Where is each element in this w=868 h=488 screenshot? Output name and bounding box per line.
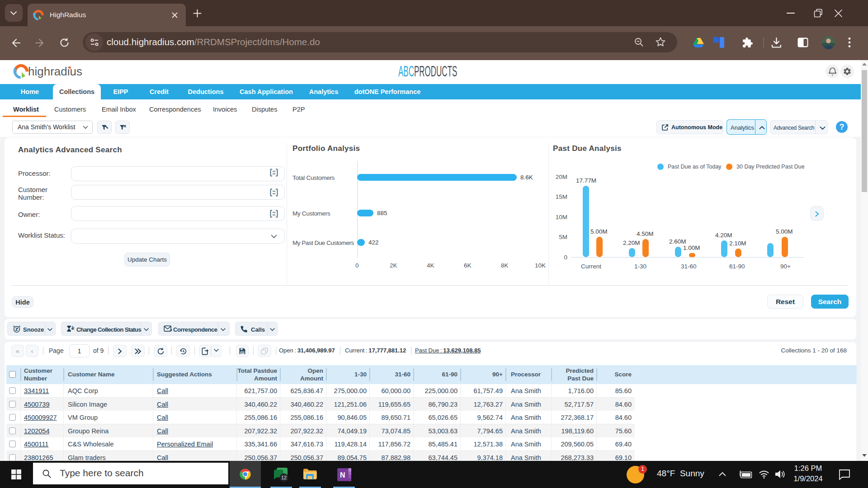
- svg-text:N: N: [340, 471, 345, 479]
- svg-text:12: 12: [281, 475, 287, 480]
